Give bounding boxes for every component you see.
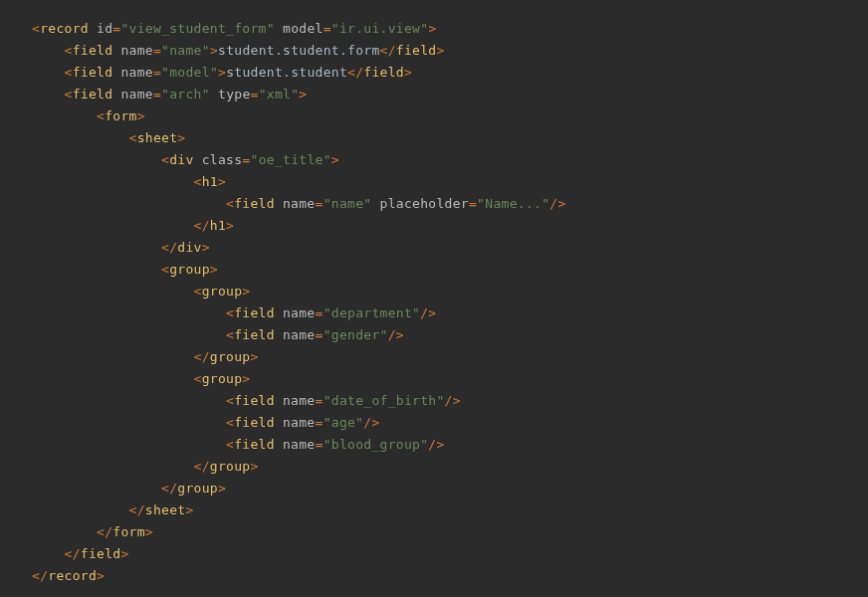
code-line[interactable]: </sheet> bbox=[32, 499, 868, 521]
string-quote: " bbox=[161, 43, 169, 58]
xml-tag: form bbox=[105, 108, 137, 123]
string-quote: " bbox=[324, 152, 331, 167]
xml-tag: field bbox=[396, 43, 437, 58]
xml-punct: > bbox=[120, 546, 128, 561]
xml-tag: record bbox=[40, 21, 89, 36]
xml-punct: > bbox=[202, 240, 210, 255]
xml-punct: > bbox=[185, 502, 193, 517]
xml-punct: < bbox=[32, 21, 40, 36]
xml-punct: > bbox=[299, 87, 307, 101]
code-editor-content[interactable]: <record id="view_student_form" model="ir… bbox=[0, 0, 868, 597]
xml-punct: = bbox=[315, 415, 323, 430]
xml-punct: < bbox=[161, 262, 169, 277]
code-line[interactable]: </group> bbox=[32, 478, 868, 499]
xml-punct: = bbox=[315, 327, 323, 342]
string-quote: " bbox=[259, 87, 267, 101]
xml-tag: group bbox=[177, 481, 218, 496]
xml-punct: /> bbox=[388, 327, 404, 342]
code-line[interactable]: </form> bbox=[32, 521, 868, 543]
code-line[interactable]: </group> bbox=[32, 346, 868, 368]
code-line[interactable]: </group> bbox=[32, 456, 868, 478]
xml-punct: </ bbox=[194, 349, 210, 364]
xml-punct: /> bbox=[420, 305, 436, 320]
string-quote: " bbox=[210, 65, 218, 80]
xml-tag: group bbox=[202, 284, 243, 298]
string-quote: " bbox=[324, 393, 331, 408]
xml-punct: > bbox=[218, 65, 226, 80]
xml-attr: id bbox=[97, 21, 112, 36]
xml-tag: div bbox=[177, 240, 201, 255]
code-line[interactable]: <sheet> bbox=[32, 127, 868, 149]
xml-punct: > bbox=[250, 349, 258, 364]
xml-punct: </ bbox=[380, 43, 396, 58]
xml-punct: </ bbox=[347, 65, 363, 80]
xml-punct: = bbox=[153, 65, 161, 80]
xml-attr: name bbox=[283, 415, 316, 430]
xml-tag: record bbox=[48, 568, 97, 583]
code-line[interactable]: </record> bbox=[32, 565, 868, 587]
code-line[interactable]: <field name="blood_group"/> bbox=[32, 434, 868, 456]
code-line[interactable]: </h1> bbox=[32, 215, 868, 237]
xml-punct: > bbox=[218, 174, 226, 189]
xml-tag: sheet bbox=[145, 502, 186, 517]
xml-attr: name bbox=[283, 393, 316, 408]
code-line[interactable]: <record id="view_student_form" model="ir… bbox=[32, 18, 868, 40]
xml-string: name bbox=[331, 196, 364, 211]
xml-tag: group bbox=[210, 459, 251, 474]
xml-punct: </ bbox=[129, 502, 145, 517]
code-line[interactable]: <group> bbox=[32, 259, 868, 281]
xml-punct: = bbox=[315, 196, 323, 211]
xml-punct: > bbox=[242, 371, 250, 386]
code-line[interactable]: <field name="name">student.student.form<… bbox=[32, 40, 868, 62]
code-line[interactable]: </div> bbox=[32, 237, 868, 259]
xml-tag: field bbox=[234, 305, 275, 320]
code-line[interactable]: <group> bbox=[32, 281, 868, 302]
string-quote: " bbox=[324, 437, 331, 452]
xml-attr: name bbox=[120, 43, 153, 58]
code-line[interactable]: <field name="name" placeholder="Name..."… bbox=[32, 193, 868, 215]
xml-tag: h1 bbox=[210, 218, 226, 233]
xml-punct: = bbox=[315, 393, 323, 408]
code-line[interactable]: <form> bbox=[32, 105, 868, 127]
xml-string: ir.ui.view bbox=[339, 21, 420, 36]
code-line[interactable]: <field name="arch" type="xml"> bbox=[32, 84, 868, 105]
xml-punct: = bbox=[324, 21, 331, 36]
code-line[interactable]: </field> bbox=[32, 543, 868, 565]
xml-tag: field bbox=[73, 65, 113, 80]
code-line[interactable]: <div class="oe_title"> bbox=[32, 149, 868, 171]
xml-punct: /> bbox=[445, 393, 461, 408]
xml-attr: name bbox=[283, 437, 316, 452]
xml-punct: < bbox=[226, 196, 234, 211]
xml-string: date_of_birth bbox=[331, 393, 437, 408]
xml-tag: group bbox=[169, 262, 210, 277]
xml-attr: name bbox=[120, 87, 153, 101]
xml-punct: > bbox=[242, 284, 250, 298]
xml-punct: > bbox=[177, 130, 185, 145]
xml-tag: field bbox=[73, 87, 113, 101]
xml-attr: name bbox=[283, 196, 316, 211]
xml-punct: < bbox=[65, 87, 73, 101]
xml-tag: h1 bbox=[202, 174, 218, 189]
string-quote: " bbox=[250, 152, 258, 167]
code-line[interactable]: <field name="age"/> bbox=[32, 412, 868, 434]
code-line[interactable]: <field name="department"/> bbox=[32, 302, 868, 324]
xml-tag: field bbox=[363, 65, 404, 80]
xml-string: model bbox=[169, 65, 210, 80]
xml-punct: </ bbox=[161, 481, 177, 496]
xml-punct: /> bbox=[549, 196, 565, 211]
xml-punct: < bbox=[194, 371, 202, 386]
code-line[interactable]: <h1> bbox=[32, 171, 868, 193]
code-line[interactable]: <field name="gender"/> bbox=[32, 324, 868, 346]
xml-punct: </ bbox=[65, 546, 81, 561]
xml-punct: > bbox=[404, 65, 412, 80]
xml-punct: > bbox=[226, 218, 234, 233]
code-line[interactable]: <group> bbox=[32, 368, 868, 390]
code-line[interactable]: <field name="model">student.student</fie… bbox=[32, 62, 868, 84]
xml-punct: > bbox=[145, 524, 153, 539]
xml-punct: > bbox=[218, 481, 226, 496]
xml-punct: = bbox=[469, 196, 477, 211]
xml-tag: group bbox=[202, 371, 243, 386]
code-line[interactable]: <field name="date_of_birth"/> bbox=[32, 390, 868, 412]
xml-tag: field bbox=[234, 196, 275, 211]
xml-punct: < bbox=[226, 327, 234, 342]
